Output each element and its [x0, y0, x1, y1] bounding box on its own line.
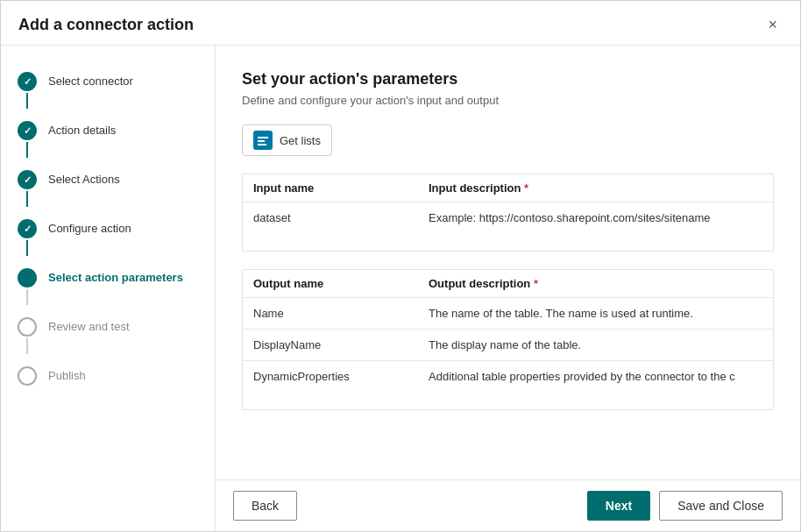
save-and-close-button[interactable]: Save and Close [659, 491, 783, 521]
main-content: Set your action's parameters Define and … [216, 46, 800, 531]
step-circle-6 [18, 317, 37, 337]
step-label-4: Configure action [48, 219, 131, 237]
output-row-2-description: Additional table properties provided by … [418, 361, 773, 393]
close-button[interactable]: × [762, 15, 783, 34]
step-label-6: Review and test [48, 317, 130, 335]
action-badge-label: Get lists [280, 134, 321, 147]
step-label-2: Action details [48, 121, 116, 138]
sidebar-item-action-details[interactable]: ✓ Action details [1, 116, 215, 165]
next-button[interactable]: Next [587, 491, 650, 521]
step-indicator-col-1: ✓ [15, 72, 39, 110]
step-indicator-col-5 [15, 268, 39, 307]
sidebar-item-select-actions[interactable]: ✓ Select Actions [1, 165, 215, 214]
step-label-1: Select connector [48, 72, 133, 89]
output-row-0-name: Name [243, 298, 418, 330]
step-dot-5 [24, 274, 31, 281]
step-label-5: Select action parameters [48, 268, 183, 286]
sidebar-item-configure-action[interactable]: ✓ Configure action [1, 214, 215, 263]
sidebar-item-publish[interactable]: Publish [1, 361, 215, 391]
step-label-7: Publish [48, 366, 86, 384]
modal-container: Add a connector action × ✓ Select connec… [0, 0, 801, 532]
modal-footer: Back Next Save and Close [216, 479, 800, 531]
step-connector-1 [26, 93, 28, 109]
page-subtitle: Define and configure your action's input… [242, 94, 774, 107]
input-table-container: Input name Input description dataset Exa… [242, 174, 774, 252]
step-connector-3 [26, 191, 28, 207]
output-row-1-description: The display name of the table. [418, 330, 773, 361]
action-badge: Get lists [242, 124, 332, 156]
input-col2-header: Input description [418, 174, 773, 202]
table-row: Name The name of the table. The name is … [243, 298, 773, 330]
table-row: DynamicProperties Additional table prope… [243, 361, 773, 393]
modal-title: Add a connector action [18, 16, 194, 34]
step-indicator-col-3: ✓ [15, 170, 39, 209]
input-col1-header: Input name [243, 174, 418, 202]
output-table: Output name Output description Name The … [243, 270, 773, 392]
sidebar-item-select-connector[interactable]: ✓ Select connector [1, 67, 215, 116]
step-circle-4: ✓ [18, 219, 37, 238]
action-badge-icon [253, 131, 273, 150]
step-indicator-col-4: ✓ [15, 219, 39, 258]
modal-header: Add a connector action × [1, 1, 800, 46]
step-circle-5 [18, 268, 37, 287]
back-button[interactable]: Back [233, 491, 297, 521]
output-row-2-name: DynamicProperties [243, 361, 418, 393]
step-label-3: Select Actions [48, 170, 120, 188]
page-title: Set your action's parameters [242, 70, 774, 89]
step-indicator-col-6 [15, 317, 39, 356]
input-row-0-name: dataset [243, 202, 418, 234]
step-check-4: ✓ [24, 223, 32, 235]
step-circle-3: ✓ [18, 170, 37, 189]
input-row-0-description: Example: https://contoso.sharepoint.com/… [418, 202, 773, 234]
output-col2-header: Output description [418, 270, 773, 298]
sidebar: ✓ Select connector ✓ Action details [1, 46, 216, 531]
output-row-0-description: The name of the table. The name is used … [418, 298, 773, 330]
output-col1-header: Output name [243, 270, 418, 298]
modal-body: ✓ Select connector ✓ Action details [1, 46, 800, 531]
table-row: DisplayName The display name of the tabl… [243, 330, 773, 361]
step-connector-2 [26, 142, 28, 158]
sidebar-item-review-and-test[interactable]: Review and test [1, 312, 215, 361]
step-indicator-col-2: ✓ [15, 121, 39, 160]
step-connector-5 [26, 289, 28, 305]
step-check-1: ✓ [24, 76, 32, 88]
step-indicator-col-7 [15, 366, 39, 386]
table-row: dataset Example: https://contoso.sharepo… [243, 202, 773, 234]
svg-rect-2 [258, 144, 266, 145]
input-table: Input name Input description dataset Exa… [243, 174, 773, 233]
sidebar-item-select-action-parameters[interactable]: Select action parameters [1, 263, 215, 312]
step-check-3: ✓ [24, 174, 32, 186]
svg-rect-1 [258, 140, 265, 142]
output-row-1-name: DisplayName [243, 330, 418, 361]
step-circle-1: ✓ [18, 72, 37, 91]
step-circle-7 [18, 366, 37, 386]
step-check-2: ✓ [24, 125, 32, 137]
output-table-container: Output name Output description Name The … [242, 269, 774, 410]
svg-rect-0 [258, 137, 268, 138]
step-connector-4 [26, 240, 28, 256]
step-circle-2: ✓ [18, 121, 37, 140]
content-area: Set your action's parameters Define and … [216, 46, 800, 479]
step-connector-6 [26, 338, 28, 354]
